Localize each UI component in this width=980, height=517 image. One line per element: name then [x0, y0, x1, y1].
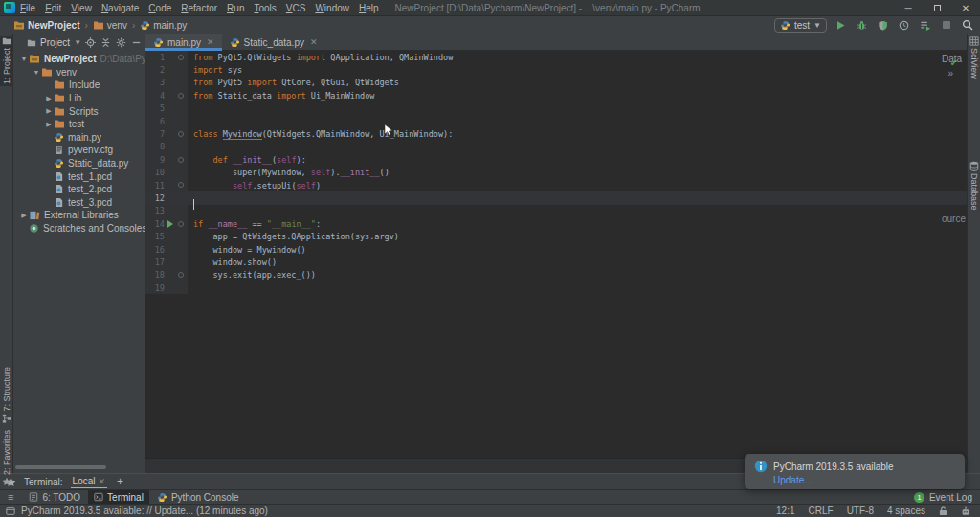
tool-button-python-console[interactable]: Python Console: [151, 490, 245, 504]
expand-arrow-icon[interactable]: ▶: [44, 121, 54, 128]
menu-run[interactable]: Run: [222, 3, 249, 13]
tree-item-lib[interactable]: ▶Lib: [13, 92, 145, 105]
close-tab-icon[interactable]: ✕: [98, 477, 105, 486]
expand-arrow-icon[interactable]: ▶: [44, 107, 54, 115]
expand-arrow-icon[interactable]: ▶: [19, 212, 29, 219]
breadcrumb-newproject[interactable]: NewProject: [13, 20, 79, 31]
tree-item-test-3-pcd[interactable]: test_3.pcd: [13, 196, 145, 210]
tree-item-external-libraries[interactable]: ▶External Libraries: [13, 209, 145, 222]
menu-navigate[interactable]: Navigate: [97, 3, 144, 13]
fold-marker-icon[interactable]: [178, 221, 184, 227]
code-editor[interactable]: 1from PyQt5.QtWidgets import QApplicatio…: [145, 51, 967, 458]
search-everywhere-button[interactable]: [960, 18, 974, 33]
menu-refactor[interactable]: Refactor: [176, 3, 222, 13]
code-line-13[interactable]: 13: [145, 205, 967, 217]
tree-item-test-1-pcd[interactable]: test_1.pcd: [13, 169, 145, 183]
run-line-icon[interactable]: [167, 220, 173, 228]
code-line-14[interactable]: 14if __name__ == "__main__":: [145, 217, 967, 230]
minimize-button[interactable]: ─: [894, 0, 923, 15]
tree-item-scratches-and-consoles[interactable]: Scratches and Consoles: [13, 222, 145, 236]
code-line-6[interactable]: 6: [145, 115, 967, 127]
code-line-3[interactable]: 3from PyQt5 import QtCore, QtGui, QtWidg…: [145, 77, 967, 89]
tree-item-pyvenv-cfg[interactable]: pyvenv.cfg: [13, 144, 145, 157]
code-line-19[interactable]: 19: [145, 281, 967, 294]
tree-item-venv[interactable]: ▼venv: [13, 66, 145, 79]
debug-button[interactable]: [855, 18, 869, 33]
collapse-icon[interactable]: [100, 37, 111, 48]
close-tab-icon[interactable]: ✕: [207, 37, 214, 47]
concurrency-diagram-button[interactable]: [918, 18, 932, 33]
menu-view[interactable]: View: [66, 3, 97, 13]
update-robot-icon[interactable]: [961, 506, 970, 516]
menu-vcs[interactable]: VCS: [281, 3, 311, 13]
menu-edit[interactable]: Edit: [40, 3, 66, 13]
fold-marker-icon[interactable]: [178, 55, 184, 60]
code-line-18[interactable]: 18 sys.exit(app.exec_()): [145, 269, 967, 281]
status-message[interactable]: PyCharm 2019.3.5 available: // Update...…: [21, 506, 268, 516]
expand-arrow-icon[interactable]: ▼: [19, 56, 29, 62]
status-4-spaces[interactable]: 4 spaces: [887, 506, 925, 516]
tree-item-static-data-py[interactable]: Static_data.py: [13, 157, 145, 170]
maximize-button[interactable]: [923, 0, 951, 15]
code-line-7[interactable]: 7class Mywindow(QtWidgets.QMainWindow, U…: [145, 127, 967, 140]
terminal-tab-local[interactable]: Local✕: [71, 475, 107, 488]
tree-item-test-2-pcd[interactable]: test_2.pcd: [13, 183, 145, 196]
event-log-button[interactable]: 1 Event Log: [914, 492, 972, 503]
chevron-down-icon[interactable]: ▼: [74, 38, 81, 47]
code-line-16[interactable]: 16 window = Mywindow(): [145, 243, 967, 256]
tool-stripe-sciview[interactable]: SciView: [968, 36, 980, 90]
status-12-1[interactable]: 12:1: [776, 506, 794, 516]
tree-item-include[interactable]: Include: [13, 79, 145, 92]
tool-button-terminal[interactable]: Terminal: [88, 490, 149, 504]
code-line-10[interactable]: 10 super(Mywindow, self).__init__(): [145, 167, 967, 179]
locate-icon[interactable]: [85, 37, 96, 48]
expand-arrow-icon[interactable]: ▶: [44, 95, 54, 102]
menu-tools[interactable]: Tools: [249, 3, 280, 13]
tool-stripe-7-structure[interactable]: 7: Structure: [0, 364, 13, 423]
fold-marker-icon[interactable]: [178, 182, 184, 188]
hide-icon[interactable]: [131, 37, 142, 48]
code-line-8[interactable]: 8: [145, 141, 967, 153]
status-utf-8[interactable]: UTF-8: [847, 506, 874, 516]
breadcrumb-venv[interactable]: venv: [93, 20, 127, 31]
new-terminal-session-button[interactable]: +: [117, 475, 123, 488]
stop-button[interactable]: [939, 18, 953, 33]
menu-file[interactable]: File: [15, 3, 40, 13]
tool-button-6-todo[interactable]: 6: TODO: [23, 490, 86, 504]
close-tab-icon[interactable]: ✕: [310, 37, 318, 47]
run-configuration-select[interactable]: test ▼: [774, 18, 827, 33]
tool-stripe-database[interactable]: Database: [968, 161, 980, 222]
tool-stripe-2-favorites[interactable]: 2: Favorites: [0, 427, 13, 486]
tab-static-data-py[interactable]: Static_data.py✕: [222, 34, 325, 50]
gear-icon[interactable]: [116, 37, 126, 48]
tool-stripe-1-project[interactable]: 1: Project: [0, 36, 13, 86]
tree-item-scripts[interactable]: ▶Scripts: [13, 104, 145, 118]
code-line-9[interactable]: 9 def __init__(self):: [145, 153, 967, 166]
run-button[interactable]: [834, 18, 848, 33]
tab-main-py[interactable]: main.py✕: [145, 34, 222, 50]
tree-item-main-py[interactable]: main.py: [13, 131, 145, 145]
tree-item-newproject[interactable]: ▼NewProjectD:\Data\Pycharm: [13, 53, 145, 66]
expand-arrow-icon[interactable]: ▼: [32, 69, 41, 76]
run-with-coverage-button[interactable]: [876, 18, 890, 33]
menu-window[interactable]: Window: [310, 3, 354, 13]
breadcrumb-main-py[interactable]: main.py: [140, 20, 187, 31]
fold-marker-icon[interactable]: [178, 131, 184, 137]
code-line-15[interactable]: 15 app = QtWidgets.QApplication(sys.argv…: [145, 230, 967, 242]
code-line-17[interactable]: 17 window.show(): [145, 256, 967, 268]
code-line-4[interactable]: 4from Static_data import Ui_MainWindow: [145, 89, 967, 101]
code-line-11[interactable]: 11 self.setupUi(self): [145, 179, 967, 191]
code-line-5[interactable]: 5: [145, 102, 967, 115]
fold-marker-icon[interactable]: [178, 93, 184, 99]
status-crlf[interactable]: CRLF: [809, 506, 834, 516]
code-line-1[interactable]: 1from PyQt5.QtWidgets import QApplicatio…: [145, 51, 967, 63]
tool-windows-menu-icon[interactable]: ≡: [8, 491, 13, 503]
profiler-button[interactable]: [897, 18, 911, 33]
horizontal-scrollbar[interactable]: [15, 465, 106, 469]
code-line-12[interactable]: 12: [145, 191, 967, 204]
update-link[interactable]: Update...: [773, 475, 813, 485]
menu-code[interactable]: Code: [144, 3, 176, 13]
fold-marker-icon[interactable]: [178, 272, 184, 278]
code-line-2[interactable]: 2import sys: [145, 63, 967, 76]
tree-item-test[interactable]: ▶test: [13, 118, 145, 131]
